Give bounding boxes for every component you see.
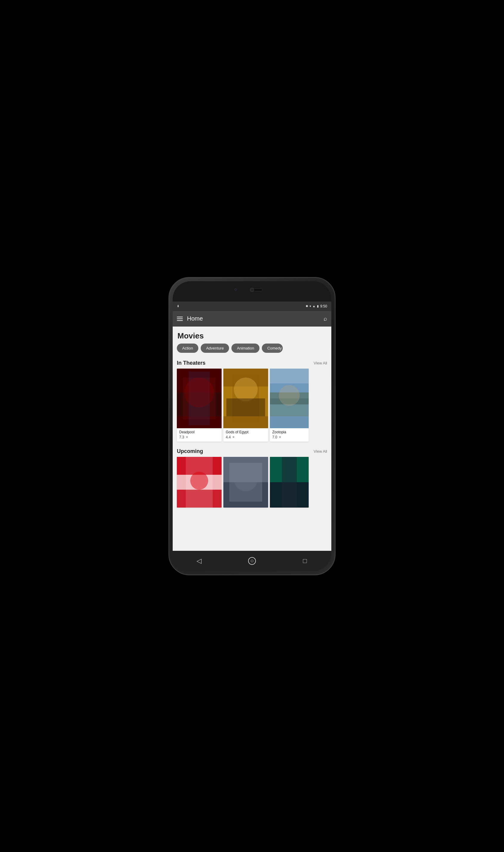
gods-poster bbox=[223, 368, 268, 428]
genre-chips-container: Action Adventure Animation Comedy bbox=[173, 344, 331, 357]
upcoming-card-2[interactable] bbox=[223, 457, 268, 508]
movie-card-zootopia[interactable]: Zootopia 7.0 ★ bbox=[270, 368, 309, 442]
signal-icon: ▲ bbox=[312, 305, 316, 308]
star-icon-deadpool: ★ bbox=[185, 435, 188, 439]
chip-adventure[interactable]: Adventure bbox=[201, 344, 229, 353]
svg-rect-16 bbox=[270, 404, 309, 428]
zootopia-info: Zootopia 7.0 ★ bbox=[270, 428, 309, 442]
deadpool-title: Deadpool bbox=[179, 430, 219, 434]
battery-icon: ▮ bbox=[317, 305, 319, 308]
search-button[interactable]: ⌕ bbox=[324, 315, 327, 322]
gods-info: Gods of Egypt 4.4 ★ bbox=[223, 428, 268, 442]
bluetooth-icon: ✱ bbox=[306, 305, 308, 308]
upcoming-title: Upcoming bbox=[177, 448, 203, 454]
svg-rect-32 bbox=[282, 457, 297, 508]
phone-device: ⬇ ✱ ▾ ▲ ▮ 9:50 Home bbox=[168, 277, 336, 575]
star-icon-gods: ★ bbox=[232, 435, 235, 439]
bottom-navigation: ◁ ○ □ bbox=[173, 551, 331, 571]
in-theaters-header: In Theaters View All bbox=[173, 357, 331, 368]
chip-action[interactable]: Action bbox=[177, 344, 198, 353]
menu-button[interactable] bbox=[177, 317, 183, 321]
chip-comedy[interactable]: Comedy bbox=[262, 344, 283, 353]
download-icon: ⬇ bbox=[177, 305, 179, 308]
upcoming-grid bbox=[173, 457, 331, 511]
phone-screen: ⬇ ✱ ▾ ▲ ▮ 9:50 Home bbox=[173, 302, 331, 551]
deadpool-poster bbox=[177, 368, 221, 428]
zootopia-title: Zootopia bbox=[272, 430, 306, 434]
status-bar: ⬇ ✱ ▾ ▲ ▮ 9:50 bbox=[173, 302, 331, 311]
toolbar-left: Home bbox=[177, 315, 203, 322]
movie-card-gods[interactable]: Gods of Egypt 4.4 ★ bbox=[223, 368, 268, 442]
main-content: Movies Action Adventure Animation Comedy… bbox=[173, 327, 331, 551]
svg-point-18 bbox=[279, 385, 300, 406]
status-right-icons: ✱ ▾ ▲ ▮ 9:50 bbox=[306, 304, 327, 308]
zootopia-poster bbox=[270, 368, 309, 428]
movies-heading: Movies bbox=[173, 327, 331, 344]
movie-card-deadpool[interactable]: Deadpool 7.3 ★ bbox=[177, 368, 221, 442]
upcoming-card-3[interactable] bbox=[270, 457, 309, 508]
gods-rating: 4.4 ★ bbox=[226, 435, 266, 439]
recents-button[interactable]: □ bbox=[299, 555, 311, 567]
chip-animation[interactable]: Animation bbox=[231, 344, 259, 353]
svg-point-28 bbox=[234, 467, 258, 491]
toolbar-title: Home bbox=[187, 315, 203, 322]
upcoming-card-1[interactable] bbox=[177, 457, 221, 508]
svg-point-5 bbox=[184, 378, 214, 407]
deadpool-info: Deadpool 7.3 ★ bbox=[177, 428, 221, 442]
in-theaters-title: In Theaters bbox=[177, 360, 205, 366]
home-button[interactable]: ○ bbox=[246, 555, 258, 567]
svg-rect-12 bbox=[226, 398, 265, 416]
wifi-icon: ▾ bbox=[309, 305, 311, 308]
upcoming-header: Upcoming View All bbox=[173, 445, 331, 457]
phone-speaker bbox=[253, 288, 263, 291]
in-theaters-grid: Deadpool 7.3 ★ bbox=[173, 368, 331, 445]
clock: 9:50 bbox=[320, 304, 327, 308]
gods-title: Gods of Egypt bbox=[226, 430, 266, 434]
front-camera bbox=[234, 288, 237, 291]
star-icon-zootopia: ★ bbox=[278, 435, 282, 439]
upcoming-view-all[interactable]: View All bbox=[314, 449, 327, 454]
deadpool-rating: 7.3 ★ bbox=[179, 435, 219, 439]
status-left-icons: ⬇ bbox=[177, 305, 179, 308]
svg-point-11 bbox=[234, 378, 258, 401]
app-toolbar: Home ⌕ bbox=[173, 311, 331, 327]
zootopia-rating: 7.0 ★ bbox=[272, 435, 306, 439]
in-theaters-view-all[interactable]: View All bbox=[314, 361, 327, 365]
svg-rect-17 bbox=[270, 368, 309, 383]
svg-point-23 bbox=[190, 472, 208, 490]
back-button[interactable]: ◁ bbox=[193, 555, 205, 567]
